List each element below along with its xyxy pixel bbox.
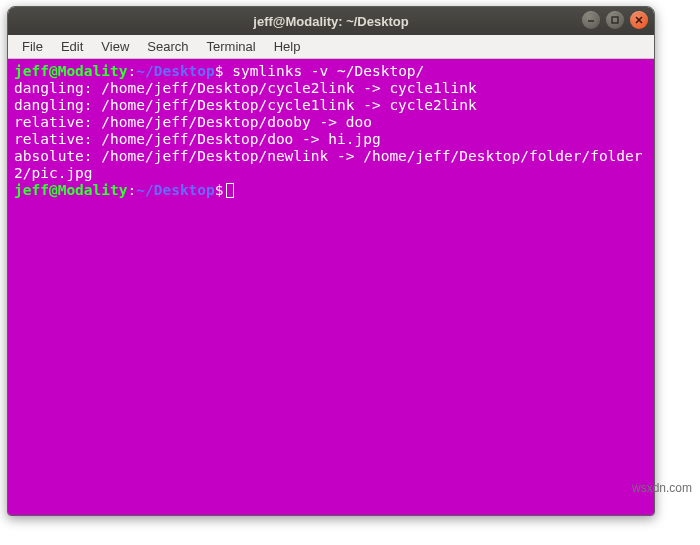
menu-view[interactable]: View — [93, 37, 137, 56]
watermark-text: wsxdn.com — [632, 481, 692, 495]
output-line: dangling: /home/jeff/Desktop/cycle2link … — [14, 80, 648, 97]
terminal-area[interactable]: jeff@Modality:~/Desktop$ symlinks -v ~/D… — [8, 59, 654, 515]
prompt-user-host: jeff@Modality — [14, 182, 128, 198]
menubar: File Edit View Search Terminal Help — [8, 35, 654, 59]
prompt-user-host: jeff@Modality — [14, 63, 128, 79]
output-line: relative: /home/jeff/Desktop/doo -> hi.j… — [14, 131, 648, 148]
prompt-path: ~/Desktop — [136, 182, 215, 198]
prompt-colon: : — [128, 63, 137, 79]
minimize-icon — [586, 15, 596, 25]
menu-terminal[interactable]: Terminal — [199, 37, 264, 56]
output-line: dangling: /home/jeff/Desktop/cycle1link … — [14, 97, 648, 114]
output-line: absolute: /home/jeff/Desktop/newlink -> … — [14, 148, 648, 182]
titlebar: jeff@Modality: ~/Desktop — [8, 7, 654, 35]
close-icon — [634, 15, 644, 25]
terminal-line: jeff@Modality:~/Desktop$ symlinks -v ~/D… — [14, 63, 648, 80]
close-button[interactable] — [630, 11, 648, 29]
prompt-dollar: $ — [215, 63, 224, 79]
svg-rect-1 — [612, 17, 618, 23]
prompt-path: ~/Desktop — [136, 63, 215, 79]
output-line: relative: /home/jeff/Desktop/dooby -> do… — [14, 114, 648, 131]
command-text: symlinks -v ~/Desktop/ — [224, 63, 425, 79]
minimize-button[interactable] — [582, 11, 600, 29]
window-controls — [582, 11, 648, 29]
menu-search[interactable]: Search — [139, 37, 196, 56]
menu-help[interactable]: Help — [266, 37, 309, 56]
prompt-dollar: $ — [215, 182, 224, 198]
terminal-window: jeff@Modality: ~/Desktop File Edit View … — [7, 6, 655, 516]
terminal-line: jeff@Modality:~/Desktop$ — [14, 182, 648, 199]
menu-file[interactable]: File — [14, 37, 51, 56]
maximize-button[interactable] — [606, 11, 624, 29]
window-title: jeff@Modality: ~/Desktop — [16, 14, 646, 29]
maximize-icon — [610, 15, 620, 25]
prompt-colon: : — [128, 182, 137, 198]
menu-edit[interactable]: Edit — [53, 37, 91, 56]
terminal-cursor — [226, 183, 234, 198]
